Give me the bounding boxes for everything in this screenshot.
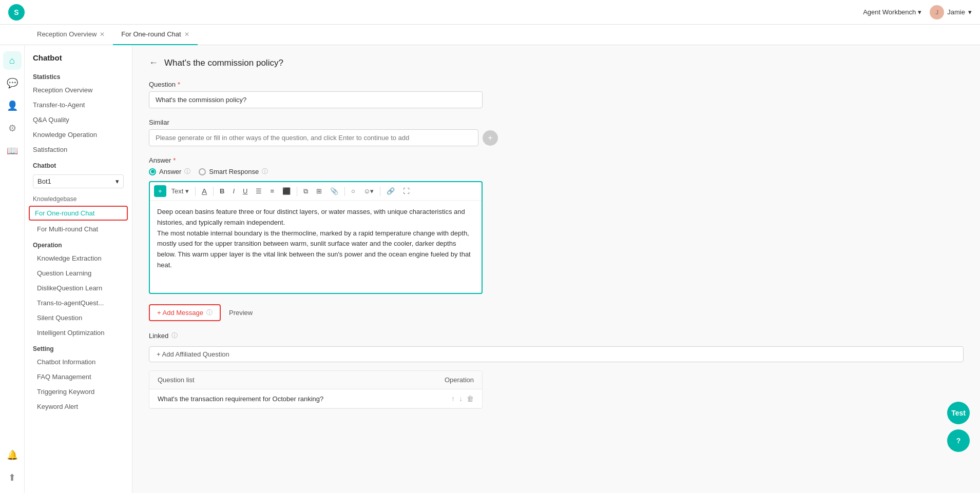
chatbot-icon[interactable]: 💬 (3, 74, 22, 92)
bot-chevron: ▾ (116, 178, 119, 185)
sidebar-item-trans-agent[interactable]: Trans-to-agentQuest... (25, 295, 132, 310)
content-area: ← What's the commission policy? Question… (132, 45, 980, 493)
op-up-btn[interactable]: ↑ (451, 395, 455, 403)
test-button[interactable]: Test (947, 402, 970, 424)
top-bar-left: S (8, 4, 25, 21)
sidebar-item-faq[interactable]: FAQ Management (25, 369, 132, 384)
bot-selector[interactable]: Bot1 ▾ (33, 174, 124, 188)
sidebar-item-reception[interactable]: Reception Overview (25, 83, 132, 97)
chatbot-section: Chatbot (25, 157, 132, 171)
user-selector[interactable]: J Jamie ▾ (930, 5, 972, 19)
tab-label-active: For One-round Chat (121, 30, 181, 38)
tab-label: Reception Overview (37, 30, 97, 38)
toolbar-text-btn[interactable]: Text ▾ (168, 186, 192, 196)
sidebar-item-dislike-question[interactable]: DislikeQuestion Learn (25, 281, 132, 295)
users-icon[interactable]: 👤 (3, 96, 22, 115)
toolbar-fullscreen-btn[interactable]: ⛶ (400, 186, 413, 196)
page-header: ← What's the commission policy? (149, 57, 964, 68)
toolbar-underline-btn[interactable]: U (240, 186, 251, 196)
toolbar-ol-btn[interactable]: ≡ (267, 186, 277, 196)
back-button[interactable]: ← (149, 57, 158, 68)
add-message-info-icon[interactable]: ⓘ (206, 308, 213, 317)
toolbar-embed1-btn[interactable]: ⧉ (300, 186, 311, 197)
sidebar-item-silent[interactable]: Silent Question (25, 310, 132, 325)
question-list-table: Question list Operation What's the trans… (149, 370, 483, 409)
toolbar-embed2-btn[interactable]: ⊞ (313, 186, 325, 196)
sidebar-item-chatbot-info[interactable]: Chatbot Information (25, 354, 132, 369)
q-col-header: Question list (158, 376, 422, 384)
editor-toolbar: + Text ▾ A B I U ☰ ≡ ⬛ ⧉ ⊞ 📎 ○ (150, 182, 482, 201)
question-required: * (178, 81, 180, 88)
toolbar-italic-btn[interactable]: I (229, 186, 238, 196)
operation-section: Operation (25, 236, 132, 251)
sidebar-item-knowledge-extraction[interactable]: Knowledge Extraction (25, 251, 132, 266)
answer-radio-smart[interactable]: Smart Response ⓘ (199, 167, 268, 176)
editor-content: Deep ocean basins feature three or four … (157, 208, 471, 269)
book-icon[interactable]: 📖 (3, 142, 22, 160)
radio-answer-circle (149, 168, 156, 175)
op-delete-btn[interactable]: 🗑 (467, 395, 474, 403)
smart-info-icon[interactable]: ⓘ (262, 167, 268, 176)
toolbar-attach-btn[interactable]: 📎 (327, 186, 341, 196)
toolbar-bold-btn[interactable]: B (217, 186, 227, 196)
toolbar-font-btn[interactable]: A (199, 185, 210, 197)
answer-section: Answer * Answer ⓘ Smart Response ⓘ + (149, 156, 964, 294)
workbench-label: Agent Workbench (863, 8, 916, 16)
editor-wrap: + Text ▾ A B I U ☰ ≡ ⬛ ⧉ ⊞ 📎 ○ (149, 181, 483, 294)
toolbar-link-btn[interactable]: 🔗 (383, 186, 398, 196)
bell-icon[interactable]: 🔔 (3, 446, 22, 464)
editor-actions: + Add Message ⓘ Preview (149, 304, 964, 321)
sidebar-item-knowledge-op[interactable]: Knowledge Operation (25, 127, 132, 142)
tab-one-round-chat[interactable]: For One-round Chat ✕ (113, 25, 197, 45)
sidebar-item-question-learning[interactable]: Question Learning (25, 266, 132, 281)
add-affiliated-button[interactable]: + Add Affiliated Question (149, 346, 964, 362)
toolbar-divider-3 (297, 187, 297, 196)
similar-label: Similar (149, 119, 964, 126)
upload-icon[interactable]: ⬆ (3, 468, 22, 487)
editor-body[interactable]: Deep ocean basins feature three or four … (150, 201, 482, 293)
similar-input[interactable] (149, 129, 478, 146)
sidebar-item-intelligent[interactable]: Intelligent Optimization (25, 325, 132, 340)
q-row-ops: ↑ ↓ 🗑 (422, 395, 474, 403)
radio-answer-label: Answer (159, 168, 181, 175)
op-col-header: Operation (422, 376, 474, 384)
similar-add-button[interactable]: + (483, 130, 498, 146)
help-button[interactable]: ? (947, 429, 970, 452)
sidebar-item-satisfaction[interactable]: Satisfaction (25, 142, 132, 157)
linked-info-icon[interactable]: ⓘ (171, 331, 178, 340)
sidebar-item-triggering[interactable]: Triggering Keyword (25, 384, 132, 399)
sidebar-item-qa[interactable]: Q&A Quality (25, 112, 132, 127)
sidebar-item-keyword-alert[interactable]: Keyword Alert (25, 399, 132, 414)
gear-icon[interactable]: ⚙ (3, 119, 22, 137)
user-avatar: J (930, 5, 944, 19)
sidebar-item-one-round[interactable]: For One-round Chat (29, 206, 128, 221)
table-row: What's the transaction requirement for O… (149, 389, 482, 408)
setting-section: Setting (25, 340, 132, 354)
toolbar-add-btn[interactable]: + (154, 185, 166, 197)
answer-radio-answer[interactable]: Answer ⓘ (149, 167, 190, 176)
toolbar-ul-btn[interactable]: ☰ (253, 186, 265, 196)
sidebar-item-transfer[interactable]: Transfer-to-Agent (25, 97, 132, 112)
op-down-btn[interactable]: ↓ (459, 395, 463, 403)
toolbar-divider-5 (380, 187, 380, 196)
workbench-selector[interactable]: Agent Workbench ▾ (863, 8, 921, 16)
tab-reception-overview[interactable]: Reception Overview ✕ (29, 25, 113, 45)
app-logo: S (8, 4, 25, 21)
radio-smart-circle (199, 168, 206, 175)
tab-close-oneround[interactable]: ✕ (184, 31, 189, 37)
float-buttons: Test ? (947, 402, 970, 452)
sidebar-item-multi-round[interactable]: For Multi-round Chat (25, 222, 132, 236)
add-message-button[interactable]: + Add Message ⓘ (149, 304, 221, 321)
answer-info-icon[interactable]: ⓘ (184, 167, 190, 176)
bot-name: Bot1 (37, 178, 51, 185)
home-icon[interactable]: ⌂ (3, 51, 22, 70)
toolbar-align-btn[interactable]: ⬛ (279, 186, 294, 196)
preview-button[interactable]: Preview (229, 309, 253, 317)
q-table-header: Question list Operation (149, 371, 482, 389)
toolbar-divider-4 (344, 187, 345, 196)
toolbar-circle-btn[interactable]: ○ (348, 186, 358, 196)
toolbar-emoji-btn[interactable]: ☺▾ (360, 186, 377, 196)
question-input[interactable] (149, 91, 483, 108)
icon-rail: ⌂ 💬 👤 ⚙ 📖 🔔 ⬆ (0, 45, 25, 493)
tab-close-reception[interactable]: ✕ (100, 31, 105, 37)
